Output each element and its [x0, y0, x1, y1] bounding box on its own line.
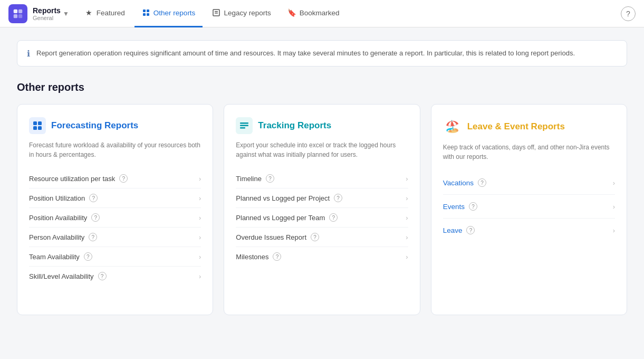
tab-featured[interactable]: ★ Featured: [78, 0, 132, 27]
help-circle-icon[interactable]: ?: [334, 194, 342, 202]
help-circle-icon[interactable]: ?: [478, 178, 486, 187]
list-item[interactable]: Team Availability ? ›: [29, 247, 201, 267]
tracking-description: Export your schedule into excel or track…: [236, 140, 408, 159]
list-item[interactable]: Skill/Level Availability ? ›: [29, 267, 201, 286]
help-circle-icon[interactable]: ?: [89, 233, 97, 241]
list-item[interactable]: Overdue Issues Report ? ›: [236, 228, 408, 247]
list-item[interactable]: Planned vs Logged per Team ? ›: [236, 208, 408, 228]
item-label: Milestones: [236, 253, 268, 261]
help-circle-icon[interactable]: ?: [469, 202, 477, 211]
item-label: Team Availability: [29, 253, 80, 261]
item-label: Person Availability: [29, 233, 84, 241]
item-label: Skill/Level Availability: [29, 272, 94, 280]
header: Reports General ▼ ★ Featured Other repor…: [0, 0, 644, 27]
nav-tabs: ★ Featured Other reports: [78, 0, 347, 27]
tracking-items: Timeline ? › Planned vs Logged per Proje…: [236, 169, 408, 266]
help-icon[interactable]: ?: [621, 6, 636, 21]
svg-rect-9: [215, 11, 218, 12]
help-circle-icon[interactable]: ?: [89, 194, 98, 202]
tab-other-reports[interactable]: Other reports: [134, 0, 203, 27]
svg-rect-10: [215, 13, 218, 14]
svg-rect-17: [240, 127, 245, 129]
arrow-right-icon: ›: [199, 272, 201, 280]
info-banner-text: Report generation operation requires sig…: [36, 48, 575, 59]
chevron-down-icon[interactable]: ▼: [63, 10, 69, 17]
list-item[interactable]: Planned vs Logged per Project ? ›: [236, 188, 408, 208]
item-label: Planned vs Logged per Team: [236, 214, 325, 222]
help-circle-icon[interactable]: ?: [311, 233, 319, 241]
arrow-right-icon: ›: [199, 233, 201, 241]
arrow-right-icon: ›: [199, 194, 201, 202]
list-item[interactable]: Events ? ›: [443, 195, 615, 219]
svg-rect-7: [147, 13, 149, 16]
arrow-right-icon: ›: [406, 194, 408, 202]
forecasting-card-header: Forecasting Reports: [29, 117, 201, 134]
app-logo[interactable]: [8, 4, 27, 23]
svg-rect-11: [33, 121, 37, 125]
arrow-right-icon: ›: [199, 214, 201, 222]
svg-rect-12: [38, 121, 42, 125]
arrow-right-icon: ›: [406, 233, 408, 241]
list-item[interactable]: Milestones ? ›: [236, 247, 408, 266]
item-label: Planned vs Logged per Project: [236, 194, 330, 202]
list-item[interactable]: Position Availability ? ›: [29, 208, 201, 228]
header-left: Reports General ▼ ★ Featured Other repor…: [8, 0, 347, 27]
forecasting-card: Forecasting Reports Forecast future work…: [17, 104, 213, 315]
list-item[interactable]: Vacations ? ›: [443, 171, 615, 195]
help-circle-icon[interactable]: ?: [329, 213, 338, 222]
tracking-card: Tracking Reports Export your schedule in…: [224, 104, 420, 315]
arrow-right-icon: ›: [613, 203, 615, 211]
svg-rect-6: [143, 13, 146, 16]
tab-bookmarked[interactable]: 🔖 Bookmarked: [281, 0, 347, 27]
list-item[interactable]: Resource utilization per task ? ›: [29, 169, 201, 188]
item-label: Resource utilization per task: [29, 175, 115, 183]
help-circle-icon[interactable]: ?: [84, 252, 92, 261]
header-right: ?: [621, 6, 636, 21]
arrow-right-icon: ›: [199, 253, 201, 261]
tracking-card-header: Tracking Reports: [236, 117, 408, 134]
help-circle-icon[interactable]: ?: [266, 174, 274, 183]
bookmark-icon: 🔖: [288, 8, 296, 17]
item-label: Vacations: [443, 179, 474, 187]
list-item[interactable]: Timeline ? ›: [236, 169, 408, 188]
tab-other-reports-label: Other reports: [153, 9, 196, 17]
list-item[interactable]: Person Availability ? ›: [29, 228, 201, 247]
help-circle-icon[interactable]: ?: [466, 226, 475, 234]
tab-bookmarked-label: Bookmarked: [300, 9, 340, 17]
info-icon: ℹ: [27, 49, 30, 59]
svg-rect-15: [240, 122, 248, 124]
forecasting-icon: [29, 117, 46, 134]
svg-rect-2: [14, 14, 17, 17]
svg-rect-3: [18, 14, 22, 17]
tab-featured-label: Featured: [97, 9, 125, 17]
leave-card-header: 🏖️ Leave & Event Reports: [443, 117, 615, 136]
item-label: Position Availability: [29, 214, 87, 222]
item-label: Events: [443, 203, 465, 211]
forecasting-description: Forecast future workload & availability …: [29, 140, 201, 159]
star-icon: ★: [85, 8, 93, 17]
legacy-icon: [212, 8, 220, 17]
list-item[interactable]: Position Utilization ? ›: [29, 188, 201, 208]
list-item[interactable]: Leave ? ›: [443, 219, 615, 242]
arrow-right-icon: ›: [406, 253, 408, 261]
app-title: Reports: [33, 6, 61, 15]
svg-rect-5: [147, 10, 149, 12]
tab-legacy-label: Legacy reports: [224, 9, 271, 17]
arrow-right-icon: ›: [406, 214, 408, 222]
arrow-right-icon: ›: [613, 226, 615, 234]
app-subtitle: General: [33, 15, 61, 21]
arrow-right-icon: ›: [406, 175, 408, 183]
forecasting-title: Forecasting Reports: [51, 120, 138, 131]
help-circle-icon[interactable]: ?: [119, 174, 128, 183]
tab-legacy-reports[interactable]: Legacy reports: [205, 0, 278, 27]
page-title: Other reports: [17, 81, 627, 93]
tracking-title: Tracking Reports: [258, 120, 331, 131]
help-circle-icon[interactable]: ?: [273, 252, 281, 261]
svg-rect-13: [33, 126, 37, 130]
arrow-right-icon: ›: [199, 175, 201, 183]
svg-rect-16: [240, 125, 248, 127]
item-label: Leave: [443, 226, 463, 234]
reports-title-block: Reports General: [33, 6, 61, 21]
help-circle-icon[interactable]: ?: [91, 213, 100, 222]
help-circle-icon[interactable]: ?: [98, 272, 107, 280]
